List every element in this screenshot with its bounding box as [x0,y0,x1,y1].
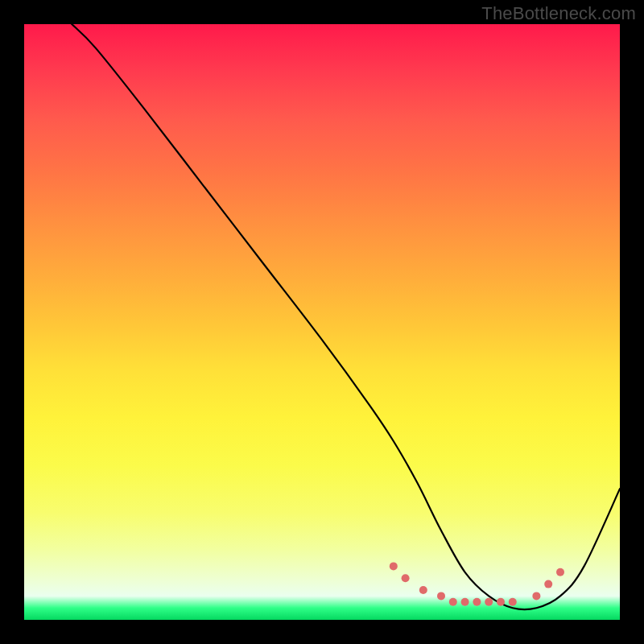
marker-dot [390,562,398,570]
marker-dot [509,598,517,606]
marker-dot [437,592,445,600]
marker-dot [532,592,540,600]
marker-dot [402,574,410,582]
marker-dot [485,598,493,606]
chart-svg [24,24,620,620]
curve-markers [390,562,564,605]
plot-area [24,24,620,620]
marker-dot [461,598,469,606]
bottleneck-curve [72,24,620,609]
chart-frame: TheBottleneck.com [0,0,644,644]
marker-dot [473,598,481,606]
marker-dot [497,598,505,606]
marker-dot [556,568,564,576]
marker-dot [419,586,427,594]
watermark-text: TheBottleneck.com [481,3,636,24]
marker-dot [544,580,552,588]
marker-dot [449,598,457,606]
